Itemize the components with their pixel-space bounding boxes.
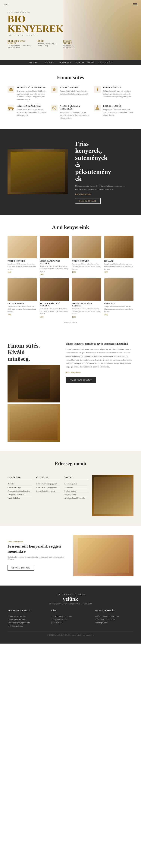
menu-item: Képert keszítő pogácsa <box>36 489 60 493</box>
quality-link[interactable]: Kap a finanszírozás <box>66 371 81 373</box>
quality-section: Finom sütés. Kiváló minőség. Finom kenye… <box>0 333 141 451</box>
footer-line: 135 Alfons Heg Curio, 710 <box>51 615 90 618</box>
menu-col-title: Egyéb <box>65 476 88 480</box>
quality-image-bread <box>7 404 60 442</box>
menu-section: Édesség menü Cookie-k BiscottiCsokoládé … <box>0 451 141 526</box>
footer-line: Telefon: (678) 798-2714 <box>7 615 46 618</box>
footer-line: Szombaton: 11:00 - 15:00 <box>95 618 134 621</box>
menu-icon-bar <box>133 6 137 6</box>
bread-name: BAGUETT <box>104 302 134 305</box>
bread-image <box>40 278 69 301</box>
bread-name: MEZŐGAZDASÁGI KENYÉR <box>40 260 69 264</box>
banner-button[interactable]: OLVASS TOVÁBB <box>75 198 100 204</box>
breads-section: A mi kenyereink FEHÉR KENYÉR Sample text… <box>0 215 141 333</box>
banner-title: Friss kenyerek, sütemények és péksütemén… <box>75 140 134 182</box>
breads-grid: FEHÉR KENYÉR Sample text: Click to selec… <box>7 236 134 318</box>
hero-content: Családi Pékség BIO KENYEREK EGY ÍZNEK, F… <box>7 11 75 49</box>
nav-item-menu[interactable]: Édesség menü <box>76 61 94 64</box>
bread-name: VEKNI KENYÉR <box>72 260 101 262</box>
quality-right: Finom kenyeret, zsemlét és egyéb terméke… <box>66 342 134 442</box>
menu-item: Saosnás galette <box>65 482 88 486</box>
feature-ingredients: Intézményes Rólunk összegyűl vagy elő- r… <box>94 86 134 101</box>
bread-image <box>7 278 37 301</box>
bread-image <box>40 236 69 258</box>
menu-col-title: Pogácsa <box>36 476 60 480</box>
nav-item-products[interactable]: Termékek <box>58 61 71 64</box>
feature-delivery-text: Házhöz szállítás Sample text: Click to s… <box>17 105 47 119</box>
menu-image <box>92 475 134 516</box>
quality-sub-title: Finom kenyeret, zsemlét és egyéb terméke… <box>66 342 134 345</box>
footer-line: (890) 453-1235 <box>51 621 90 624</box>
menu-item: Klasszikus vajas pogácsa <box>36 486 60 489</box>
bread-name: MEZŐGAZDASÁGI KENYÉR <box>72 302 101 307</box>
features-section: Finom sütés Frissen sült naponta Kenyere… <box>0 65 141 129</box>
bread-description: Sample text: Click to select the text bo… <box>104 263 134 271</box>
nav-item-about[interactable]: Rólunk <box>44 61 54 64</box>
banner-section: Friss kenyerek, sütemények és péksütemén… <box>0 129 141 215</box>
contact-phone: Hívjon minket 1 (24) 567-891 1 (24) 533-… <box>63 40 75 49</box>
fresh-text: Nulla iaculis porttitor. Ut enim ad mini… <box>7 556 68 560</box>
fresh-title: Frissen sült kenyerünk reggeli menünkre <box>7 544 68 554</box>
menu-item: Almás pekándió granola <box>65 496 88 500</box>
bread-price: 1000 <box>40 273 69 275</box>
footer-line: Vasárnap: Zárva <box>95 621 134 624</box>
bread-card: OLIVA KENYÉR Sample text: Click to selec… <box>7 278 37 318</box>
feature-no-limit-text: Nincs túl nagy rendelés Sample text: Cli… <box>60 105 90 119</box>
footer-pre-title: Lépjen kapcsolatba <box>7 593 134 595</box>
bread-description: Sample text: Click to select the text bo… <box>40 308 69 315</box>
menu-title: Édesség menü <box>7 461 134 466</box>
footer-line: Telefon: (456) 902-4812 <box>7 618 46 621</box>
bread-name: FEHÉR KENYÉR <box>7 260 37 262</box>
bread-name: KOVÁSZ <box>104 260 134 262</box>
bread-card: FEHÉR KENYÉR Sample text: Click to selec… <box>7 236 37 276</box>
menu-column: Cookie-k BiscottiCsokoládé chipsPekán pe… <box>7 476 31 516</box>
hero-title: BIO KENYEREK <box>7 14 75 34</box>
bread-price: 1000 <box>104 314 134 316</box>
hero-section: logo Családi Pékség BIO KENYEREK EGY ÍZN… <box>0 0 141 60</box>
feature-delivery: Házhöz szállítás Sample text: Click to s… <box>7 105 47 119</box>
quality-title: Finom sütés. Kiváló minőség. <box>7 342 60 362</box>
menu-item: Pekán pekándió cukorbáhy <box>7 489 31 493</box>
breads-map-link: Kép forrás: Freepik <box>7 320 134 324</box>
hero-pre-title: Családi Pékség <box>7 11 75 13</box>
nav-item-contact[interactable]: Kapcsolat <box>98 61 112 64</box>
footer-subtitle: Hétfőtől péntekig: 9:00-17:00 | Szombato… <box>7 603 134 605</box>
banner-image <box>7 149 68 194</box>
footer-grid: Telefon / Email Telefon: (678) 798-2714T… <box>7 609 134 627</box>
menu-list: Klasszikus vajas pogácsaKlasszikus vajas… <box>36 482 60 493</box>
menu-button[interactable] <box>133 3 137 7</box>
footer-line: Hétfőtől péntekig: 9:00 - 17:00 <box>95 615 134 618</box>
feature-quality-text: Kiváló ártük Finom pékárú minden nap elk… <box>60 86 90 101</box>
feature-fresh2-text: Frissen sütés Sample text: Click to sele… <box>103 105 134 119</box>
banner-link[interactable]: Kap a Finanszírozást <box>75 193 91 195</box>
menu-layout: Cookie-k BiscottiCsokoládé chipsPekán pe… <box>7 472 134 516</box>
bread-image <box>7 236 37 258</box>
quality-button[interactable]: TUDJ MEG TÖBBET <box>66 377 96 383</box>
footer-line: -, Leighton, GA 110 <box>51 618 90 621</box>
nav-item-home[interactable]: Főoldal <box>29 61 40 64</box>
bread-image <box>104 278 134 301</box>
bread-name: TELJES KIŐRLÉSŰ KENYÉR <box>40 302 69 307</box>
footer-column: Nyitvatartás Hétfőtől péntekig: 9:00 - 1… <box>95 609 134 627</box>
quality-left: Finom sütés. Kiváló minőség. <box>7 342 60 442</box>
feature-fresh-text: Frissen sült naponta Kenyereket naponta … <box>17 86 47 101</box>
bread-card: TELJES KIŐRLÉSŰ KENYÉR Sample text: Clic… <box>40 278 69 318</box>
footer-bottom: © 2024 Családi Pékség Bio Kenyerek. Mind… <box>7 631 134 636</box>
menu-grid: Cookie-k BiscottiCsokoládé chipsPekán pe… <box>7 476 88 516</box>
quality-text: Lorem ipsum dolor sit amet, consectetur … <box>66 348 134 369</box>
footer-column: Cím 135 Alfons Heg Curio, 710-, Leighton… <box>51 609 90 627</box>
bread-icon <box>7 86 14 93</box>
footer-col-title: Telefon / Email <box>7 609 46 612</box>
menu-item: Vaniíliás keksz <box>7 496 31 500</box>
svg-rect-11 <box>8 107 12 109</box>
menu-list: Saosnás galetteTarte tatinSóskás kalácsk… <box>65 482 88 500</box>
fresh-button[interactable]: OLVASS TOVÁBB <box>7 565 34 570</box>
feature-fresh: Frissen sült naponta Kenyereket naponta … <box>7 86 47 101</box>
feature-fresh2: Frissen sütés Sample text: Click to sele… <box>94 105 134 119</box>
bread-card: MEZŐGAZDASÁGI KENYÉR Sample text: Click … <box>40 236 69 276</box>
bread-description: Sample text: Click to select the text bo… <box>7 263 37 271</box>
fresh2-icon <box>94 105 101 112</box>
breads-title: A mi kenyereink <box>7 224 134 230</box>
menu-item: Sóskás kalács <box>65 489 88 493</box>
bread-name: OLIVA KENYÉR <box>7 302 37 305</box>
